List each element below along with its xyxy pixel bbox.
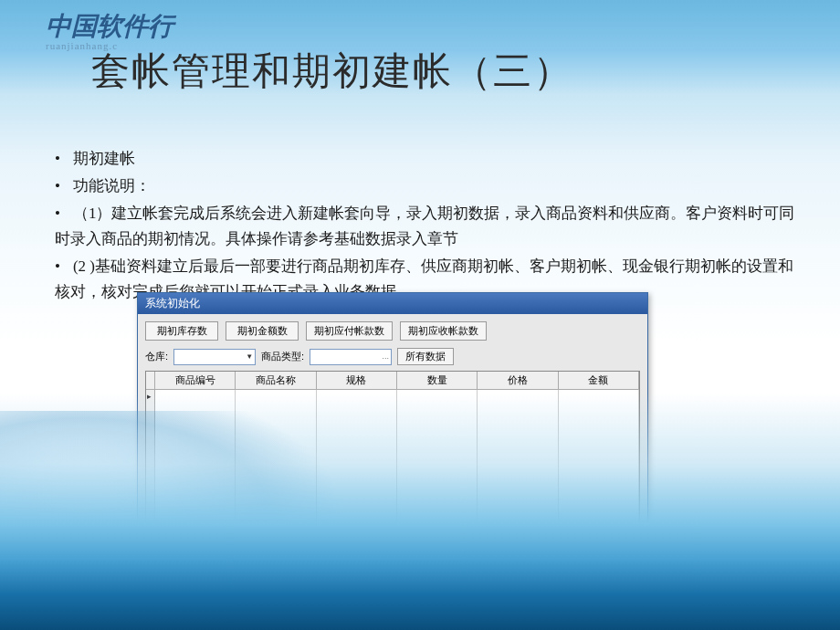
footer-c2 <box>236 583 316 597</box>
window-body: 期初库存数 期初金额数 期初应付帐款数 期初应收帐款数 仓库: ▼ 商品类型: … <box>138 314 647 630</box>
grid-columns-area <box>155 390 639 582</box>
grid-col-1 <box>155 390 236 582</box>
col-product-id[interactable]: 商品编号 <box>155 372 236 389</box>
btn-receivable[interactable]: 期初应收帐款数 <box>400 321 487 341</box>
footer-amount: 0.00 <box>559 583 639 597</box>
grid-col-5 <box>478 390 558 582</box>
col-qty[interactable]: 数量 <box>397 372 478 389</box>
exit-icon <box>593 609 603 618</box>
btn-payable[interactable]: 期初应付帐款数 <box>306 321 393 341</box>
bullet-2: 功能说明： <box>55 173 803 199</box>
bullet-1: 期初建帐 <box>55 146 803 172</box>
grid-col-6 <box>559 390 639 582</box>
window-titlebar[interactable]: 系统初始化 <box>138 293 647 314</box>
footer-corner <box>146 583 155 597</box>
top-button-row: 期初库存数 期初金额数 期初应付帐款数 期初应收帐款数 <box>145 321 640 341</box>
footer-c5 <box>478 583 558 597</box>
chevron-down-icon: ▼ <box>246 352 253 361</box>
grid-col-3 <box>317 390 397 582</box>
col-price[interactable]: 价格 <box>478 372 558 389</box>
grid-col-4 <box>397 390 478 582</box>
filter-row: 仓库: ▼ 商品类型: … 所有数据 <box>145 348 640 365</box>
slide-title: 套帐管理和期初建帐（三） <box>91 46 573 97</box>
btn-all-data[interactable]: 所有数据 <box>397 348 454 365</box>
bullet-3: （1）建立帐套完成后系统会进入新建帐套向导，录入期初数据，录入商品资料和供应商。… <box>55 201 803 252</box>
col-spec[interactable]: 规格 <box>317 372 397 389</box>
bullet-list: 期初建帐 功能说明： （1）建立帐套完成后系统会进入新建帐套向导，录入期初数据，… <box>55 146 803 307</box>
grid-footer: 0 0.00 <box>146 582 639 597</box>
logo-main: 中国软件行 <box>46 9 173 44</box>
grid-body[interactable]: ▸ <box>146 390 639 582</box>
warehouse-select[interactable]: ▼ <box>173 349 256 365</box>
type-select[interactable]: … <box>310 349 392 365</box>
grid-corner <box>146 372 155 389</box>
col-product-name[interactable]: 商品名称 <box>236 372 316 389</box>
ellipsis-icon: … <box>382 352 389 361</box>
data-grid: 商品编号 商品名称 规格 数量 价格 金额 ▸ <box>145 371 640 598</box>
btn-prev[interactable]: <<上一步(B) <box>457 604 532 623</box>
btn-exit-label: 退出 <box>606 606 626 620</box>
footer-c1 <box>155 583 236 597</box>
footer-c3 <box>317 583 397 597</box>
grid-header: 商品编号 商品名称 规格 数量 价格 金额 <box>146 372 639 390</box>
btn-inventory-amount[interactable]: 期初金额数 <box>226 321 299 341</box>
btn-exit[interactable]: 退出 <box>583 604 636 623</box>
type-label: 商品类型: <box>261 350 304 363</box>
bottom-button-row: <<上一步(B) 完成 退出 <box>145 598 640 626</box>
btn-finish[interactable]: 完成 <box>538 604 578 623</box>
current-row-marker-icon: ▸ <box>147 392 152 401</box>
grid-col-2 <box>236 390 316 582</box>
warehouse-label: 仓库: <box>145 350 168 363</box>
btn-inventory-qty[interactable]: 期初库存数 <box>145 321 218 341</box>
grid-row-header: ▸ <box>146 390 155 582</box>
footer-qty: 0 <box>397 583 478 597</box>
app-window: 系统初始化 期初库存数 期初金额数 期初应付帐款数 期初应收帐款数 仓库: ▼ … <box>137 292 648 630</box>
col-amount[interactable]: 金额 <box>559 372 639 389</box>
